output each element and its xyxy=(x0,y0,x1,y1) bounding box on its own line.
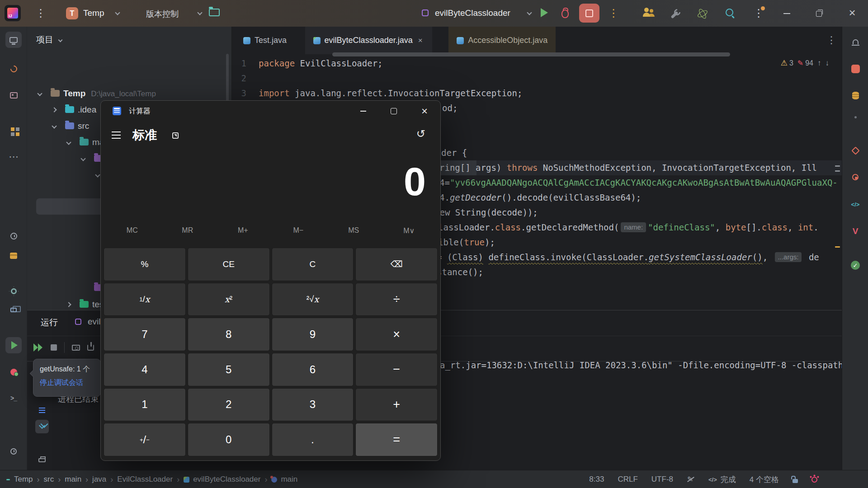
commit-tool[interactable] xyxy=(5,61,22,77)
intellij-logo-icon[interactable] xyxy=(5,5,21,21)
status-8:33[interactable]: 8:33 xyxy=(589,475,604,484)
calc-key-9[interactable]: 9 xyxy=(272,318,354,351)
vcs-menu[interactable]: 版本控制 xyxy=(146,9,179,19)
close-tab-icon[interactable] xyxy=(417,36,424,45)
project-name[interactable]: Temp xyxy=(83,8,104,18)
run-tab[interactable]: 运行 xyxy=(41,317,58,328)
prev-issue-icon[interactable] xyxy=(817,59,821,68)
calc-key-−[interactable]: − xyxy=(355,353,438,386)
snapshot-button[interactable] xyxy=(72,345,80,351)
export-button[interactable] xyxy=(87,344,94,351)
v-plugin[interactable] xyxy=(847,223,863,239)
calc-key-1/x[interactable]: 1/x xyxy=(104,283,186,316)
image-tool[interactable] xyxy=(5,87,22,103)
memory-button-MS[interactable]: MS xyxy=(326,226,382,238)
run-button[interactable] xyxy=(541,8,548,17)
print-button[interactable] xyxy=(35,453,49,467)
calc-key-.[interactable]: . xyxy=(272,423,354,456)
profiler-tool[interactable] xyxy=(5,228,22,244)
calc-key-=[interactable]: = xyxy=(355,423,438,456)
status-proofread[interactable] xyxy=(687,475,695,483)
settings-tool[interactable] xyxy=(5,283,22,299)
memory-button-M+[interactable]: M+ xyxy=(215,226,271,238)
plugin-atom-icon[interactable] xyxy=(697,8,708,19)
code-with-me-icon[interactable] xyxy=(643,8,656,19)
run-tool[interactable] xyxy=(5,337,22,353)
calc-key-4[interactable]: 4 xyxy=(104,353,186,386)
breadcrumb-main[interactable]: main xyxy=(65,475,81,484)
terminal-tool[interactable] xyxy=(5,390,22,406)
maven-tool[interactable] xyxy=(847,169,863,185)
code-tool[interactable] xyxy=(847,196,863,212)
tab-evilByteClassloader.java[interactable]: evilByteClassloader.java xyxy=(305,27,432,54)
dependencies-tool[interactable] xyxy=(847,142,863,159)
breadcrumb-evilByteClassloader[interactable]: evilByteClassloader xyxy=(184,475,260,484)
more-tools[interactable] xyxy=(5,149,22,165)
calc-key-C[interactable]: C xyxy=(272,248,354,281)
status-4 个空格[interactable]: 4 个空格 xyxy=(750,474,779,485)
tab-Test.java[interactable]: Test.java xyxy=(235,27,295,54)
calc-key-÷[interactable]: ÷ xyxy=(355,283,438,316)
memory-button-MR[interactable]: MR xyxy=(160,226,216,238)
calc-key-0[interactable]: 0 xyxy=(188,423,270,456)
main-menu-icon[interactable] xyxy=(35,6,45,20)
memory-button-MC[interactable]: MC xyxy=(104,226,160,238)
tree-chevron-icon[interactable] xyxy=(52,123,57,128)
stop-debug-session-link[interactable]: 停止调试会话 xyxy=(40,378,94,388)
stop-button[interactable] xyxy=(51,344,57,351)
divider-dot[interactable] xyxy=(847,109,863,125)
status-lock[interactable] xyxy=(793,476,798,483)
calc-key-×[interactable]: × xyxy=(355,318,438,351)
history-icon[interactable] xyxy=(414,127,428,141)
calc-key-x²[interactable]: x² xyxy=(188,283,270,316)
database-tool[interactable] xyxy=(847,87,863,103)
calc-key-CE[interactable]: CE xyxy=(188,248,270,281)
window-close-button[interactable] xyxy=(844,5,860,20)
tab-options-icon[interactable] xyxy=(826,34,835,47)
tree-chevron-icon[interactable] xyxy=(37,91,42,96)
window-restore-button[interactable] xyxy=(812,6,826,20)
notifications[interactable] xyxy=(847,33,863,50)
keep-on-top-icon[interactable] xyxy=(172,132,179,139)
scroll-to-end-button[interactable] xyxy=(35,420,49,433)
next-issue-icon[interactable] xyxy=(826,59,830,68)
structure-tool[interactable] xyxy=(5,122,22,138)
calculator-menu-icon[interactable] xyxy=(112,131,121,139)
tree-chevron-icon[interactable] xyxy=(66,140,71,145)
debug-tool[interactable] xyxy=(5,364,22,380)
breadcrumb-main[interactable]: main xyxy=(271,475,297,484)
run-config-name[interactable]: evilByteClassloader xyxy=(435,8,510,18)
status-CRLF[interactable]: CRLF xyxy=(618,475,637,484)
project-tool[interactable] xyxy=(5,32,22,48)
memory-button-M∨[interactable]: M∨ xyxy=(382,226,437,238)
tree-chevron-icon[interactable] xyxy=(66,302,71,307)
tree-chevron-icon[interactable] xyxy=(95,172,100,177)
calc-key-1[interactable]: 1 xyxy=(104,388,186,422)
calculator-title-bar[interactable]: 计算器 xyxy=(101,101,440,122)
settings-menu-icon[interactable] xyxy=(753,6,763,20)
calc-key-⌫[interactable]: ⌫ xyxy=(355,248,438,281)
tools-icon[interactable] xyxy=(670,11,679,20)
inspections-tool[interactable] xyxy=(847,257,863,273)
stop-button[interactable] xyxy=(579,4,599,23)
soft-wrap-button[interactable] xyxy=(35,404,49,417)
calc-key-6[interactable]: 6 xyxy=(272,353,354,386)
breadcrumb-EvilClassLoader[interactable]: EvilClassLoader xyxy=(117,475,173,484)
calc-key-²√x[interactable]: ²√x xyxy=(272,283,354,316)
open-folder-icon[interactable] xyxy=(209,9,220,16)
calc-key-8[interactable]: 8 xyxy=(188,318,270,351)
tab-AccessibleObject.java[interactable]: AccessibleObject.java xyxy=(448,27,556,54)
calc-key-%[interactable]: % xyxy=(104,248,186,281)
calculator-close-button[interactable] xyxy=(411,101,438,122)
memory-button-M−[interactable]: M− xyxy=(271,226,326,238)
packages-tool[interactable] xyxy=(5,248,22,264)
calc-key-2[interactable]: 2 xyxy=(188,388,270,422)
calc-key-+/-[interactable]: +/− xyxy=(104,423,186,456)
inspections-widget[interactable]: 3 94 xyxy=(781,58,829,68)
calculator-maximize-button[interactable] xyxy=(381,101,407,122)
project-scrollbar[interactable] xyxy=(226,54,229,103)
run-more-icon[interactable] xyxy=(608,6,618,20)
status-UTF-8[interactable]: UTF-8 xyxy=(651,475,673,484)
rerun-button[interactable] xyxy=(33,343,43,352)
tree-item-Temp[interactable]: TempD:\java_local\Temp xyxy=(27,85,231,102)
